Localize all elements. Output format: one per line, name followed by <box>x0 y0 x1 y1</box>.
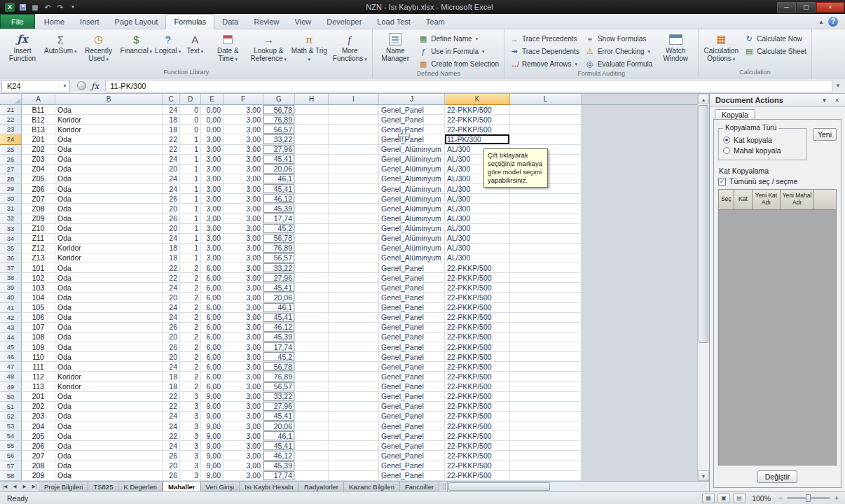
cell-F32[interactable]: 3,00 <box>224 214 263 223</box>
row-header-40[interactable]: 40 <box>0 293 22 302</box>
cell-F46[interactable]: 3,00 <box>224 352 263 362</box>
column-header-K[interactable]: K <box>445 94 510 105</box>
cell-J56[interactable]: Genel_Panel <box>379 451 445 461</box>
ribbon-tab-home[interactable]: Home <box>36 15 72 29</box>
cell-D41[interactable]: 2 <box>180 303 201 313</box>
sheet-tab-radyatorler[interactable]: Radyatorler <box>299 482 344 491</box>
degistir-button[interactable]: Değiştir <box>757 470 798 483</box>
row-header-43[interactable]: 43 <box>0 323 22 332</box>
cell-H37[interactable] <box>295 263 329 273</box>
cell-H46[interactable] <box>295 352 329 362</box>
cell-L52[interactable] <box>510 412 582 421</box>
cell-K54[interactable]: 22-PKKP/500 <box>445 431 510 441</box>
cell-K57[interactable]: 22-PKKP/500 <box>445 461 510 471</box>
cell-H56[interactable] <box>295 451 329 461</box>
cell-F38[interactable]: 3,00 <box>224 273 263 283</box>
cell-I45[interactable] <box>329 342 379 352</box>
cell-F26[interactable]: 3,00 <box>224 155 263 164</box>
cell-C45[interactable]: 26 <box>163 342 180 352</box>
cell-C49[interactable]: 18 <box>163 382 180 392</box>
cell-G49[interactable]: 56,57 <box>263 382 295 392</box>
cell-D31[interactable]: 1 <box>180 204 201 214</box>
ribbon-tab-review[interactable]: Review <box>246 15 287 29</box>
column-header-A[interactable]: A <box>22 94 55 105</box>
cell-L36[interactable] <box>510 253 582 263</box>
cell-B44[interactable]: Oda <box>55 332 163 342</box>
cell-J27[interactable]: Genel_Alüminyum <box>379 164 445 174</box>
watch-window-button[interactable]: Watch Window <box>655 31 696 70</box>
cell-K51[interactable]: 22-PKKP/500 <box>445 402 510 412</box>
cell-E55[interactable]: 9,00 <box>201 441 224 451</box>
cell-F35[interactable]: 3,00 <box>224 244 263 253</box>
cell-A32[interactable]: Z09 <box>22 214 55 223</box>
cell-K56[interactable]: 22-PKKP/500 <box>445 451 510 461</box>
cell-L55[interactable] <box>510 441 582 451</box>
cell-C30[interactable]: 26 <box>163 194 180 204</box>
cell-H51[interactable] <box>295 402 329 412</box>
cell-F21[interactable]: 3,00 <box>224 105 263 115</box>
cell-E49[interactable]: 6,00 <box>201 382 224 392</box>
cell-B55[interactable]: Oda <box>55 441 163 451</box>
cell-L38[interactable] <box>510 273 582 283</box>
cell-G52[interactable]: 45,41 <box>263 412 295 421</box>
row-header-41[interactable]: 41 <box>0 303 22 313</box>
cell-J53[interactable]: Genel_Panel <box>379 421 445 431</box>
help-icon[interactable]: ? <box>828 17 838 27</box>
cell-B54[interactable]: Oda <box>55 431 163 441</box>
cell-I34[interactable] <box>329 234 379 244</box>
cell-A27[interactable]: Z04 <box>22 164 55 174</box>
cell-F36[interactable]: 3,00 <box>224 253 263 263</box>
cell-J54[interactable]: Genel_Panel <box>379 431 445 441</box>
cell-E33[interactable]: 3,00 <box>201 224 224 234</box>
cell-H49[interactable] <box>295 382 329 392</box>
cell-G33[interactable]: 45,2 <box>263 224 295 234</box>
cell-G46[interactable]: 45,2 <box>263 352 295 362</box>
cell-H32[interactable] <box>295 214 329 223</box>
cell-B40[interactable]: Oda <box>55 293 163 302</box>
pane-list-area[interactable] <box>718 210 837 465</box>
cell-H21[interactable] <box>295 105 329 115</box>
row-header-36[interactable]: 36 <box>0 253 22 263</box>
cell-G42[interactable]: 45,41 <box>263 313 295 323</box>
cell-C35[interactable]: 18 <box>163 244 180 253</box>
trace-precedents-button[interactable]: → Trace Precedents <box>507 33 582 45</box>
cell-L49[interactable] <box>510 382 582 392</box>
cell-G36[interactable]: 56,57 <box>263 253 295 263</box>
cell-L30[interactable] <box>510 194 582 204</box>
cell-C41[interactable]: 24 <box>163 303 180 313</box>
cell-J39[interactable]: Genel_Panel <box>379 283 445 293</box>
cell-C24[interactable]: 22 <box>163 134 180 144</box>
cell-J30[interactable]: Genel_Alüminyum <box>379 194 445 204</box>
cell-A29[interactable]: Z06 <box>22 184 55 194</box>
scroll-up-icon[interactable]: ▲ <box>698 94 709 104</box>
sheet-tab-mahaller[interactable]: Mahaller <box>163 482 201 491</box>
sheet-tab-isı-kaybı-hesabı[interactable]: Isı Kaybı Hesabı <box>240 482 299 491</box>
cell-I49[interactable] <box>329 382 379 392</box>
cell-B30[interactable]: Oda <box>55 194 163 204</box>
cell-C36[interactable]: 18 <box>163 253 180 263</box>
cell-L35[interactable] <box>510 244 582 253</box>
cell-C56[interactable]: 26 <box>163 451 180 461</box>
column-header-F[interactable]: F <box>224 94 263 105</box>
cell-J28[interactable]: Genel_Alüminyum <box>379 174 445 184</box>
cell-F53[interactable]: 3,00 <box>224 421 263 431</box>
table-icon[interactable]: ▦ <box>30 3 40 12</box>
row-header-38[interactable]: 38 <box>0 273 22 283</box>
radio-kat-kopyala[interactable]: Kat kopyala <box>723 136 802 144</box>
row-header-27[interactable]: 27 <box>0 164 22 174</box>
cell-B46[interactable]: Oda <box>55 352 163 362</box>
cell-I58[interactable] <box>329 471 379 481</box>
cell-K24[interactable]: 11-PK/300 <box>445 134 510 144</box>
cell-J35[interactable]: Genel_Alüminyum <box>379 244 445 253</box>
cell-K30[interactable]: AL/300 <box>445 194 510 204</box>
horizontal-scrollbar[interactable] <box>447 482 709 491</box>
row-header-51[interactable]: 51 <box>0 402 22 412</box>
cell-I50[interactable] <box>329 392 379 402</box>
cell-C28[interactable]: 24 <box>163 174 180 184</box>
cell-K32[interactable]: AL/300 <box>445 214 510 223</box>
lookup-reference-button[interactable]: → Lookup & Reference <box>248 31 289 69</box>
cell-G45[interactable]: 17,74 <box>263 342 295 352</box>
cell-F23[interactable]: 3,00 <box>224 125 263 134</box>
prev-sheet-icon[interactable]: ◀ <box>10 482 20 491</box>
cell-G25[interactable]: 27,96 <box>263 145 295 155</box>
